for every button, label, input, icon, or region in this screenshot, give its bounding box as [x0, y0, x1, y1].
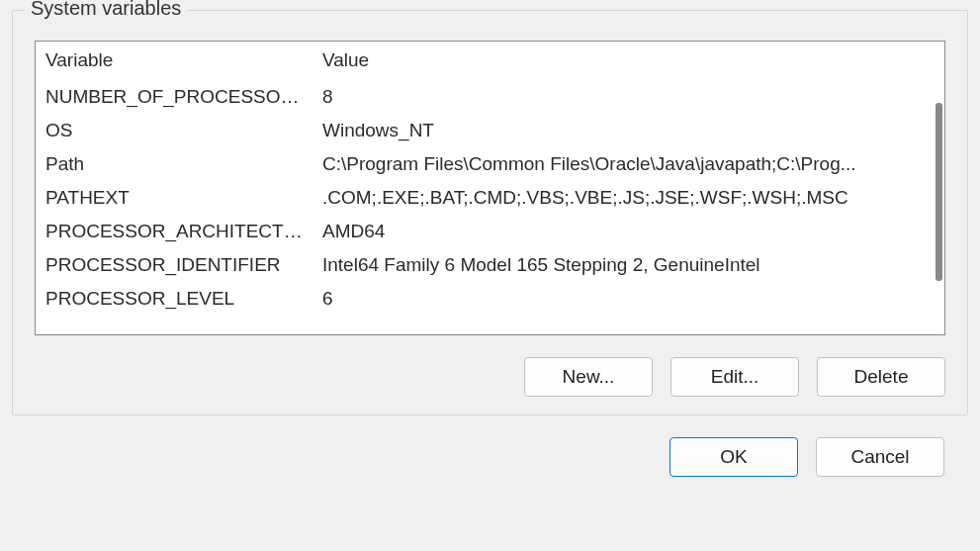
cell-value: Windows_NT: [312, 114, 944, 147]
cell-value: 8: [312, 80, 944, 115]
dialog-buttons-row: OK Cancel: [12, 437, 968, 477]
table-row[interactable]: PATHEXT .COM;.EXE;.BAT;.CMD;.VBS;.VBE;.J…: [36, 181, 944, 215]
scrollbar-thumb[interactable]: [935, 103, 942, 281]
cell-value: AMD64: [312, 215, 944, 248]
delete-button[interactable]: Delete: [817, 357, 945, 397]
cell-variable: PROCESSOR_ARCHITECTU...: [36, 215, 312, 248]
table-row[interactable]: PROCESSOR_ARCHITECTU... AMD64: [36, 215, 944, 248]
edit-button[interactable]: Edit...: [670, 357, 799, 397]
cell-value: C:\Program Files\Common Files\Oracle\Jav…: [312, 147, 944, 181]
table-row[interactable]: PROCESSOR_LEVEL 6: [36, 282, 944, 316]
cell-variable: OS: [36, 114, 312, 147]
cell-variable: NUMBER_OF_PROCESSORS: [36, 80, 312, 115]
column-header-value[interactable]: Value: [312, 42, 944, 80]
table-row[interactable]: NUMBER_OF_PROCESSORS 8: [36, 80, 944, 115]
cell-value: 6: [312, 282, 944, 316]
new-button[interactable]: New...: [524, 357, 653, 397]
column-header-variable[interactable]: Variable: [36, 42, 312, 80]
cell-value: Intel64 Family 6 Model 165 Stepping 2, G…: [312, 248, 944, 282]
table-row[interactable]: OS Windows_NT: [36, 114, 944, 147]
group-title: System variables: [25, 0, 187, 20]
cell-value: .COM;.EXE;.BAT;.CMD;.VBS;.VBE;.JS;.JSE;.…: [312, 181, 944, 215]
variables-table: Variable Value NUMBER_OF_PROCESSORS 8 OS…: [36, 42, 944, 316]
ok-button[interactable]: OK: [669, 437, 798, 477]
cell-variable: PROCESSOR_LEVEL: [36, 282, 312, 316]
table-row[interactable]: Path C:\Program Files\Common Files\Oracl…: [36, 147, 944, 181]
system-variables-group: System variables Variable Value NUMBER_O…: [12, 10, 968, 415]
list-buttons-row: New... Edit... Delete: [35, 357, 945, 397]
table-row[interactable]: PROCESSOR_IDENTIFIER Intel64 Family 6 Mo…: [36, 248, 944, 282]
system-variables-list[interactable]: Variable Value NUMBER_OF_PROCESSORS 8 OS…: [35, 41, 945, 335]
cell-variable: PATHEXT: [36, 181, 312, 215]
cell-variable: PROCESSOR_IDENTIFIER: [36, 248, 312, 282]
cell-variable: Path: [36, 147, 312, 181]
cancel-button[interactable]: Cancel: [816, 437, 944, 477]
